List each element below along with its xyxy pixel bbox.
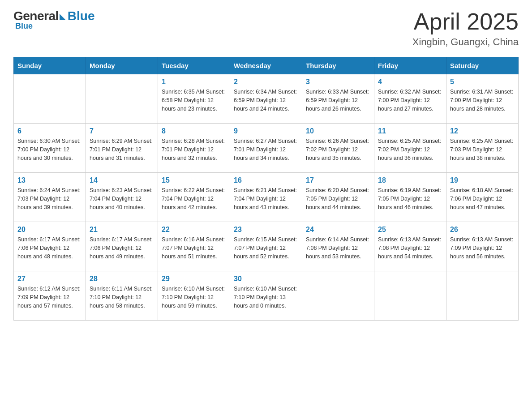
day-info: Sunrise: 6:26 AM Sunset: 7:02 PM Dayligh… xyxy=(306,137,370,162)
day-number: 16 xyxy=(234,176,298,184)
col-friday: Friday xyxy=(374,57,446,74)
day-number: 17 xyxy=(306,176,370,184)
day-info: Sunrise: 6:22 AM Sunset: 7:04 PM Dayligh… xyxy=(162,186,226,211)
calendar-header: Sunday Monday Tuesday Wednesday Thursday… xyxy=(14,57,519,74)
table-row: 17Sunrise: 6:20 AM Sunset: 7:05 PM Dayli… xyxy=(302,173,374,222)
calendar-table: Sunday Monday Tuesday Wednesday Thursday… xyxy=(13,57,519,321)
day-number: 26 xyxy=(450,226,515,234)
day-number: 2 xyxy=(234,78,298,86)
logo-arrow-icon xyxy=(60,14,66,20)
calendar-header-row: Sunday Monday Tuesday Wednesday Thursday… xyxy=(14,57,519,74)
day-number: 21 xyxy=(90,226,154,234)
day-info: Sunrise: 6:12 AM Sunset: 7:09 PM Dayligh… xyxy=(17,285,82,310)
table-row: 27Sunrise: 6:12 AM Sunset: 7:09 PM Dayli… xyxy=(14,271,86,321)
logo-blue-text: Blue xyxy=(68,9,95,23)
page-header: General Blue Blue April 2025 Xingbin, Gu… xyxy=(13,9,519,48)
table-row: 24Sunrise: 6:14 AM Sunset: 7:08 PM Dayli… xyxy=(302,222,374,271)
day-info: Sunrise: 6:28 AM Sunset: 7:01 PM Dayligh… xyxy=(162,137,226,162)
table-row: 7Sunrise: 6:29 AM Sunset: 7:01 PM Daylig… xyxy=(86,124,158,173)
col-sunday: Sunday xyxy=(14,57,86,74)
col-wednesday: Wednesday xyxy=(230,57,302,74)
day-info: Sunrise: 6:34 AM Sunset: 6:59 PM Dayligh… xyxy=(234,88,298,113)
col-tuesday: Tuesday xyxy=(158,57,230,74)
day-info: Sunrise: 6:10 AM Sunset: 7:10 PM Dayligh… xyxy=(234,285,298,310)
table-row: 1Sunrise: 6:35 AM Sunset: 6:58 PM Daylig… xyxy=(158,74,230,124)
table-row: 3Sunrise: 6:33 AM Sunset: 6:59 PM Daylig… xyxy=(302,74,374,124)
day-info: Sunrise: 6:21 AM Sunset: 7:04 PM Dayligh… xyxy=(234,186,298,211)
col-saturday: Saturday xyxy=(446,57,519,74)
day-info: Sunrise: 6:20 AM Sunset: 7:05 PM Dayligh… xyxy=(306,186,370,211)
col-thursday: Thursday xyxy=(302,57,374,74)
table-row: 11Sunrise: 6:25 AM Sunset: 7:02 PM Dayli… xyxy=(374,124,446,173)
calendar-week-row: 20Sunrise: 6:17 AM Sunset: 7:06 PM Dayli… xyxy=(14,222,519,271)
calendar-week-row: 1Sunrise: 6:35 AM Sunset: 6:58 PM Daylig… xyxy=(14,74,519,124)
table-row: 8Sunrise: 6:28 AM Sunset: 7:01 PM Daylig… xyxy=(158,124,230,173)
day-number: 4 xyxy=(378,78,442,86)
day-number: 3 xyxy=(306,78,370,86)
day-number: 27 xyxy=(17,275,82,283)
location: Xingbin, Guangxi, China xyxy=(412,36,519,48)
calendar-week-row: 27Sunrise: 6:12 AM Sunset: 7:09 PM Dayli… xyxy=(14,271,519,321)
table-row xyxy=(14,74,86,124)
table-row: 26Sunrise: 6:13 AM Sunset: 7:09 PM Dayli… xyxy=(446,222,519,271)
day-number: 22 xyxy=(162,226,226,234)
table-row: 6Sunrise: 6:30 AM Sunset: 7:00 PM Daylig… xyxy=(14,124,86,173)
day-number: 30 xyxy=(234,275,298,283)
table-row: 4Sunrise: 6:32 AM Sunset: 7:00 PM Daylig… xyxy=(374,74,446,124)
day-number: 1 xyxy=(162,78,226,86)
table-row: 10Sunrise: 6:26 AM Sunset: 7:02 PM Dayli… xyxy=(302,124,374,173)
day-number: 7 xyxy=(90,127,154,135)
calendar-week-row: 13Sunrise: 6:24 AM Sunset: 7:03 PM Dayli… xyxy=(14,173,519,222)
table-row: 22Sunrise: 6:16 AM Sunset: 7:07 PM Dayli… xyxy=(158,222,230,271)
day-number: 15 xyxy=(162,176,226,184)
day-info: Sunrise: 6:14 AM Sunset: 7:08 PM Dayligh… xyxy=(306,235,370,261)
day-info: Sunrise: 6:17 AM Sunset: 7:06 PM Dayligh… xyxy=(90,235,154,261)
day-info: Sunrise: 6:33 AM Sunset: 6:59 PM Dayligh… xyxy=(306,88,370,113)
table-row: 19Sunrise: 6:18 AM Sunset: 7:06 PM Dayli… xyxy=(446,173,519,222)
day-number: 11 xyxy=(378,127,442,135)
table-row: 2Sunrise: 6:34 AM Sunset: 6:59 PM Daylig… xyxy=(230,74,302,124)
day-number: 14 xyxy=(90,176,154,184)
table-row: 30Sunrise: 6:10 AM Sunset: 7:10 PM Dayli… xyxy=(230,271,302,321)
day-info: Sunrise: 6:31 AM Sunset: 7:00 PM Dayligh… xyxy=(450,88,515,113)
table-row: 25Sunrise: 6:13 AM Sunset: 7:08 PM Dayli… xyxy=(374,222,446,271)
day-info: Sunrise: 6:27 AM Sunset: 7:01 PM Dayligh… xyxy=(234,137,298,162)
day-info: Sunrise: 6:29 AM Sunset: 7:01 PM Dayligh… xyxy=(90,137,154,162)
table-row: 20Sunrise: 6:17 AM Sunset: 7:06 PM Dayli… xyxy=(14,222,86,271)
day-number: 29 xyxy=(162,275,226,283)
day-number: 25 xyxy=(378,226,442,234)
table-row: 15Sunrise: 6:22 AM Sunset: 7:04 PM Dayli… xyxy=(158,173,230,222)
day-number: 5 xyxy=(450,78,515,86)
day-info: Sunrise: 6:24 AM Sunset: 7:03 PM Dayligh… xyxy=(17,186,82,211)
day-info: Sunrise: 6:25 AM Sunset: 7:03 PM Dayligh… xyxy=(450,137,515,162)
table-row xyxy=(446,271,519,321)
logo-tagline: Blue xyxy=(14,21,33,31)
day-number: 12 xyxy=(450,127,515,135)
day-info: Sunrise: 6:16 AM Sunset: 7:07 PM Dayligh… xyxy=(162,235,226,261)
day-number: 6 xyxy=(17,127,82,135)
day-number: 8 xyxy=(162,127,226,135)
day-number: 13 xyxy=(17,176,82,184)
day-info: Sunrise: 6:25 AM Sunset: 7:02 PM Dayligh… xyxy=(378,137,442,162)
day-info: Sunrise: 6:32 AM Sunset: 7:00 PM Dayligh… xyxy=(378,88,442,113)
day-info: Sunrise: 6:18 AM Sunset: 7:06 PM Dayligh… xyxy=(450,186,515,211)
table-row xyxy=(86,74,158,124)
day-number: 18 xyxy=(378,176,442,184)
logo: General Blue Blue xyxy=(13,9,94,31)
day-info: Sunrise: 6:13 AM Sunset: 7:09 PM Dayligh… xyxy=(450,235,515,261)
table-row: 18Sunrise: 6:19 AM Sunset: 7:05 PM Dayli… xyxy=(374,173,446,222)
day-number: 10 xyxy=(306,127,370,135)
day-info: Sunrise: 6:23 AM Sunset: 7:04 PM Dayligh… xyxy=(90,186,154,211)
day-number: 24 xyxy=(306,226,370,234)
day-number: 9 xyxy=(234,127,298,135)
day-info: Sunrise: 6:11 AM Sunset: 7:10 PM Dayligh… xyxy=(90,285,154,310)
calendar-body: 1Sunrise: 6:35 AM Sunset: 6:58 PM Daylig… xyxy=(14,74,519,321)
title-block: April 2025 Xingbin, Guangxi, China xyxy=(412,9,519,48)
day-info: Sunrise: 6:15 AM Sunset: 7:07 PM Dayligh… xyxy=(234,235,298,261)
table-row xyxy=(374,271,446,321)
table-row: 21Sunrise: 6:17 AM Sunset: 7:06 PM Dayli… xyxy=(86,222,158,271)
month-title: April 2025 xyxy=(412,9,519,34)
day-info: Sunrise: 6:19 AM Sunset: 7:05 PM Dayligh… xyxy=(378,186,442,211)
table-row: 14Sunrise: 6:23 AM Sunset: 7:04 PM Dayli… xyxy=(86,173,158,222)
table-row: 5Sunrise: 6:31 AM Sunset: 7:00 PM Daylig… xyxy=(446,74,519,124)
